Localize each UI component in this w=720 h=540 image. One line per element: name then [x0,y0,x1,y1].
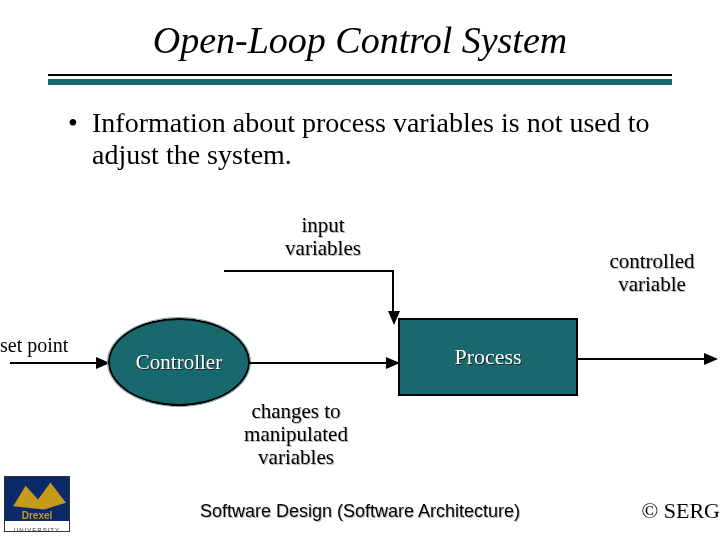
slide-title: Open-Loop Control System [0,0,720,62]
logo: Drexel UNIVERSITY [4,476,70,532]
arrow-ctrl-proc [248,362,388,364]
arrow-output [578,358,708,360]
footer-text: Software Design (Software Architecture) [0,501,720,522]
input-vline [392,270,394,316]
copyright: © SERG [642,498,720,524]
logo-brand: Drexel [5,510,69,521]
input-hline [224,270,394,272]
process-label: Process [454,344,521,370]
controlled-variable-label: controlledvariable [582,250,720,296]
arrow-setpoint [10,362,98,364]
logo-university: UNIVERSITY [5,527,69,533]
title-rule-thick [48,79,672,85]
arrow-output-head [704,353,718,365]
controller-node: Controller [108,318,250,406]
changes-label: changes tomanipulatedvariables [206,400,386,469]
process-node: Process [398,318,578,396]
logo-dragon-icon [7,479,69,513]
title-rule-thin [48,74,672,76]
bullet-text: Information about process variables is n… [92,107,660,171]
diagram: set point Controller inputvariables chan… [0,210,720,470]
controller-label: Controller [136,350,222,375]
set-point-label: set point [0,334,98,356]
input-variables-label: inputvariables [248,214,398,260]
